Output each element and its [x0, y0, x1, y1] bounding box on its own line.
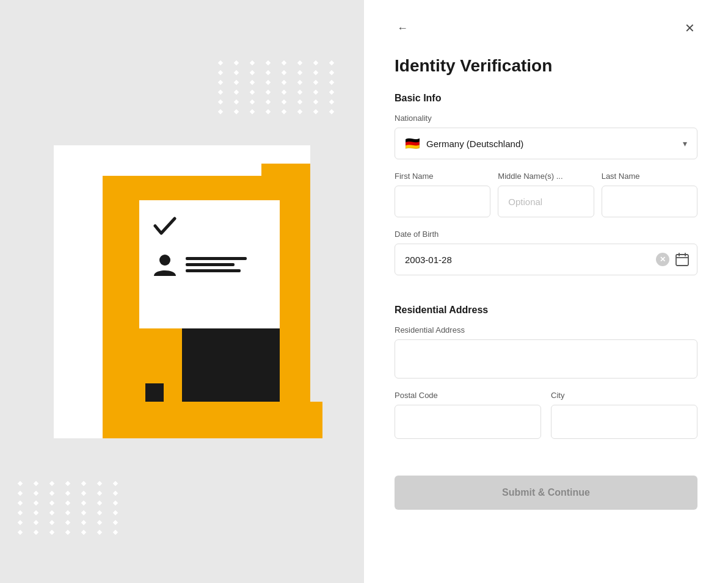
postal-input[interactable]: [395, 405, 541, 439]
back-button[interactable]: ←: [395, 20, 410, 37]
right-panel: ← ✕ Identity Verification Basic Info Nat…: [364, 0, 728, 583]
dot-pattern-top-right: [219, 61, 340, 114]
check-icon: [151, 212, 178, 239]
svg-point-0: [159, 255, 170, 266]
postal-group: Postal Code: [395, 391, 541, 439]
yellow-bottom: [103, 402, 322, 438]
person-icon: [151, 252, 178, 278]
city-label: City: [551, 391, 697, 400]
first-name-input[interactable]: [395, 186, 490, 217]
address-field-group: Residential Address: [395, 325, 697, 378]
panel-header: ← ✕: [395, 18, 697, 38]
postal-label: Postal Code: [395, 391, 541, 400]
clear-icon[interactable]: ✕: [656, 253, 669, 266]
last-name-group: Last Name: [602, 172, 697, 217]
chevron-down-icon: ▾: [683, 139, 687, 148]
black-small: [145, 383, 164, 402]
middle-name-group: Middle Name(s) ...: [498, 172, 594, 217]
city-input[interactable]: [551, 405, 697, 439]
name-row: First Name Middle Name(s) ... Last Name: [395, 172, 697, 217]
dob-input[interactable]: [395, 244, 697, 275]
page-title: Identity Verification: [395, 56, 697, 76]
nationality-select-display[interactable]: 🇩🇪 Germany (Deutschland) ▾: [395, 128, 697, 159]
illustration: [54, 145, 310, 438]
person-lines: [186, 257, 247, 272]
calendar-icon[interactable]: [674, 252, 690, 267]
germany-flag-icon: 🇩🇪: [405, 136, 420, 151]
submit-button[interactable]: Submit & Continue: [395, 476, 697, 510]
last-name-label: Last Name: [602, 172, 697, 181]
residential-section-title: Residential Address: [395, 305, 697, 316]
left-panel: [0, 0, 364, 583]
first-name-label: First Name: [395, 172, 490, 181]
dob-field-group: Date of Birth ✕: [395, 230, 697, 275]
middle-name-input[interactable]: [498, 186, 594, 217]
dob-wrapper: ✕: [395, 244, 697, 275]
dob-icons: ✕: [656, 252, 690, 267]
last-name-input[interactable]: [602, 186, 697, 217]
close-button[interactable]: ✕: [682, 18, 697, 38]
middle-name-label: Middle Name(s) ...: [498, 172, 594, 181]
dob-label: Date of Birth: [395, 230, 697, 239]
address-input[interactable]: [395, 339, 697, 378]
nationality-select-wrapper[interactable]: 🇩🇪 Germany (Deutschland) ▾: [395, 128, 697, 159]
svg-rect-1: [676, 255, 688, 266]
address-label: Residential Address: [395, 325, 697, 335]
nationality-value: Germany (Deutschland): [426, 139, 523, 149]
nationality-label: Nationality: [395, 114, 697, 123]
basic-info-section-title: Basic Info: [395, 93, 697, 104]
city-group: City: [551, 391, 697, 439]
person-line-3: [186, 269, 241, 272]
postal-city-row: Postal Code City: [395, 391, 697, 439]
nationality-field-group: Nationality 🇩🇪 Germany (Deutschland) ▾: [395, 114, 697, 159]
person-line-2: [186, 263, 235, 266]
person-row: [151, 252, 247, 278]
dot-pattern-bottom-left: [18, 482, 123, 534]
person-line-1: [186, 257, 247, 260]
white-card: [139, 200, 280, 328]
first-name-group: First Name: [395, 172, 490, 217]
